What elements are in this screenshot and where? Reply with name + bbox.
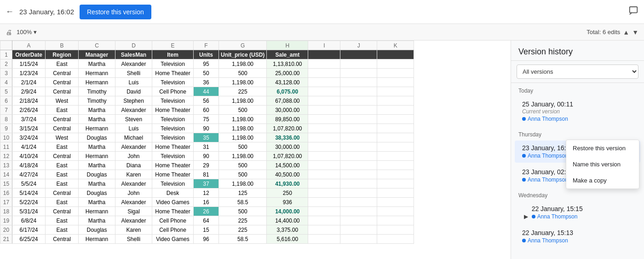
cell: 6/17/24 — [12, 225, 46, 235]
cell: 500 — [219, 170, 267, 179]
spreadsheet-area[interactable]: A B C D E F G H I J K 1 OrderDate Region… — [0, 41, 511, 259]
zoom-selector[interactable]: 100% ▾ — [17, 29, 37, 35]
table-row: 165/14/24CentralDouglasJohnDesk12125250 — [0, 188, 414, 198]
cell: 1,198.00 — [219, 179, 267, 188]
cell: Karen — [115, 170, 152, 179]
cell: 14,500.00 — [267, 161, 308, 170]
cell: Martha — [79, 161, 115, 170]
cell: 500 — [219, 106, 267, 115]
expand-arrow-icon[interactable]: ▶ — [522, 213, 528, 220]
col-header-k: K — [377, 41, 414, 50]
cell: 5/5/24 — [12, 179, 46, 188]
cell: Central — [46, 124, 79, 133]
svg-rect-0 — [630, 7, 638, 13]
cell: Home Theater — [152, 170, 194, 179]
cell: Desk — [152, 188, 194, 198]
cell: Martha — [79, 198, 115, 207]
cell: East — [46, 225, 79, 235]
cell: 30,000.00 — [267, 106, 308, 115]
cell: Alexander — [115, 198, 152, 207]
cell: East — [46, 198, 79, 207]
cell: Central — [46, 87, 79, 96]
top-bar: ← 23 January, 16:02 Restore this version — [0, 0, 644, 24]
cell: 37 — [194, 179, 219, 188]
cell: East — [46, 161, 79, 170]
cell: Martha — [79, 115, 115, 124]
cell: 1,198.00 — [219, 115, 267, 124]
cell: 1,198.00 — [219, 124, 267, 133]
cell: 67,088.00 — [267, 96, 308, 106]
cell: Central — [46, 115, 79, 124]
table-row: 175/22/24EastMarthaAlexanderVideo Games1… — [0, 198, 414, 207]
cell: Luis — [115, 78, 152, 87]
col-header-j: J — [340, 41, 377, 50]
cell: Television — [152, 152, 194, 161]
cell: 1,198.00 — [219, 59, 267, 69]
cell: Home Theater — [152, 142, 194, 152]
table-row: 185/31/24CentralHermannSigalHome Theater… — [0, 207, 414, 216]
context-restore-item[interactable]: Restore this version — [566, 140, 639, 156]
cell: Central — [46, 188, 79, 198]
cell: East — [46, 106, 79, 115]
back-arrow-icon[interactable]: ← — [6, 7, 14, 17]
cell: 43,128.00 — [267, 78, 308, 87]
table-row: 31/23/24CentralHermannShelliHome Theater… — [0, 69, 414, 78]
cell: East — [46, 170, 79, 179]
cell: 36 — [194, 78, 219, 87]
cell: East — [46, 142, 79, 152]
cell: 35 — [194, 133, 219, 142]
cell: 25,000.00 — [267, 69, 308, 78]
cell: John — [115, 152, 152, 161]
cell: Video Games — [152, 198, 194, 207]
sidebar-title: Version history — [511, 41, 644, 61]
cell: 6/8/24 — [12, 216, 46, 225]
cell: Central — [46, 152, 79, 161]
version-item-25jan[interactable]: 25 January, 00:11 Current version Anna T… — [515, 97, 640, 126]
cell: Central — [46, 207, 79, 216]
version-history-sidebar: Version history All versions Today 25 Ja… — [511, 41, 644, 259]
cell: Alexander — [115, 142, 152, 152]
cell: 2/1/24 — [12, 78, 46, 87]
restore-this-version-button[interactable]: Restore this version — [80, 5, 151, 19]
cell: 1/23/24 — [12, 69, 46, 78]
cell: 1,13,810.00 — [267, 59, 308, 69]
version-filter-select[interactable]: All versions — [517, 65, 638, 79]
sidebar-filter[interactable]: All versions — [511, 61, 644, 83]
version-item-22jan-1513[interactable]: 22 January, 15:13 Anna Thompson — [515, 225, 640, 247]
context-name-item[interactable]: Name this version — [566, 156, 639, 172]
cell: 95 — [194, 59, 219, 69]
cell: 1,198.00 — [219, 152, 267, 161]
cell: Sigal — [115, 207, 152, 216]
col-header-d: D — [115, 41, 152, 50]
cell: 2/18/24 — [12, 96, 46, 106]
cell: Douglas — [79, 188, 115, 198]
version-item-22jan-1515[interactable]: ▶ 22 January, 15:15 Anna Thompson — [515, 201, 640, 224]
comment-icon[interactable] — [628, 6, 638, 18]
table-row: 72/26/24EastMarthaAlexanderHome Theater6… — [0, 106, 414, 115]
col-header-h: H — [267, 41, 308, 50]
cell: Martha — [79, 59, 115, 69]
total-edits-label: Total: 6 edits ▲ ▼ — [586, 29, 638, 36]
edits-next-arrow[interactable]: ▼ — [632, 29, 638, 36]
table-row: 52/9/24CentralTimothyDavidCell Phone4422… — [0, 87, 414, 96]
edits-prev-arrow[interactable]: ▲ — [623, 29, 629, 36]
table-row: 124/10/24CentralHermannJohnTelevision901… — [0, 152, 414, 161]
cell: Central — [46, 78, 79, 87]
cell: 2/9/24 — [12, 87, 46, 96]
cell: Home Theater — [152, 207, 194, 216]
cell: Television — [152, 78, 194, 87]
cell: 14,400.00 — [267, 216, 308, 225]
cell: Alexander — [115, 216, 152, 225]
context-copy-item[interactable]: Make a copy — [566, 172, 639, 188]
cell: Central — [46, 235, 79, 244]
cell: East — [46, 216, 79, 225]
table-row: 42/1/24CentralHermannLuisTelevision361,1… — [0, 78, 414, 87]
cell: 4/1/24 — [12, 142, 46, 152]
cell: 1/15/24 — [12, 59, 46, 69]
cell: 3,375.00 — [267, 225, 308, 235]
cell: 5/22/24 — [12, 198, 46, 207]
cell: 30,000.00 — [267, 142, 308, 152]
print-icon[interactable]: 🖨 — [6, 29, 12, 36]
cell: Karen — [115, 225, 152, 235]
cell: 1,07,820.00 — [267, 124, 308, 133]
